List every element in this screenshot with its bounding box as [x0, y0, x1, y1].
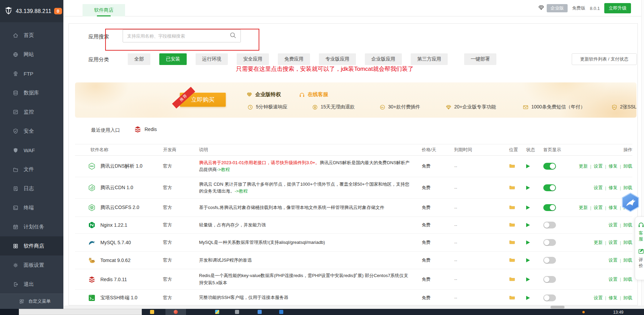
action-link[interactable]: 设置	[594, 295, 603, 301]
home-display-toggle[interactable]	[543, 239, 556, 246]
status-running-icon[interactable]	[526, 296, 530, 300]
home-display-toggle[interactable]	[543, 163, 556, 170]
sidebar-item-home[interactable]: 首页	[0, 26, 63, 45]
folder-icon[interactable]	[509, 205, 526, 211]
sidebar-item-ftp[interactable]: FTP	[0, 64, 63, 83]
folder-icon[interactable]	[509, 276, 526, 283]
action-link[interactable]: 设置	[609, 222, 618, 228]
banner-feature: 1000条免费短信（年付）	[523, 104, 585, 110]
update-software-list-button[interactable]: 更新软件列表 / 支付状态	[572, 53, 637, 65]
status-running-icon[interactable]	[526, 240, 530, 245]
sidebar-item-terminal[interactable]: 终端	[0, 198, 63, 217]
sidebar: 43.139.88.211 0 首页网站FTP数据库监控安全WAF文件日志终端计…	[0, 0, 63, 309]
home-display-toggle[interactable]	[543, 204, 556, 211]
action-link[interactable]: 卸载	[623, 276, 632, 283]
review-button[interactable]: 评价	[637, 248, 644, 268]
action-link[interactable]: 设置	[594, 163, 603, 169]
horizontal-scrollbar-thumb[interactable]	[550, 306, 565, 309]
bt-panel-screen: 43.139.88.211 0 首页网站FTP数据库监控安全WAF文件日志终端计…	[0, 0, 644, 315]
sidebar-item-database[interactable]: 数据库	[0, 83, 63, 102]
sidebar-item-custom-menu[interactable]: 自定义菜单	[0, 293, 63, 309]
category-button[interactable]: 专业版应用	[319, 53, 356, 65]
taskbar-app-icon-gray[interactable]	[235, 310, 239, 314]
category-button[interactable]: 企业版应用	[365, 53, 402, 65]
category-button[interactable]: 全部	[128, 53, 150, 65]
action-link[interactable]: 卸载	[623, 239, 632, 246]
recent-item-redis[interactable]: Redis	[134, 126, 157, 133]
category-button[interactable]: 一键部署	[464, 53, 496, 65]
status-running-icon[interactable]	[526, 277, 530, 281]
folder-icon[interactable]	[509, 185, 526, 191]
action-link[interactable]: 卸载	[623, 295, 632, 301]
home-display-toggle[interactable]	[543, 222, 556, 228]
sidebar-item-logs[interactable]: 日志	[0, 179, 63, 198]
tutorial-link[interactable]: ->教程	[235, 188, 248, 194]
taskbar-start-corner[interactable]	[0, 309, 19, 315]
category-button[interactable]: 运行环境	[196, 53, 228, 65]
sidebar-item-logout[interactable]: 退出	[0, 275, 63, 294]
home-display-toggle[interactable]	[543, 184, 556, 191]
app-search-input[interactable]	[127, 34, 230, 39]
folder-icon[interactable]	[509, 222, 526, 228]
tray-notification-dot[interactable]	[582, 311, 585, 313]
category-button[interactable]: 第三方应用	[411, 53, 448, 65]
column-header: 价格/天	[422, 147, 451, 153]
status-running-icon[interactable]	[526, 258, 530, 262]
buy-now-button[interactable]: 立即购买 推荐	[180, 93, 226, 107]
category-button[interactable]: 已安装	[159, 53, 187, 65]
home-display-toggle[interactable]	[543, 294, 556, 301]
action-link[interactable]: 设置	[594, 185, 603, 191]
sidebar-item-website[interactable]: 网站	[0, 45, 63, 64]
action-link[interactable]: 更新	[594, 239, 603, 246]
folder-icon[interactable]	[509, 295, 526, 301]
sidebar-item-files[interactable]: 文件	[0, 160, 63, 179]
folder-icon[interactable]	[509, 163, 526, 169]
taskbar-app-icon-colorful[interactable]	[215, 310, 219, 314]
folder-icon[interactable]	[509, 239, 526, 246]
customer-service-button[interactable]: 客服	[637, 221, 644, 242]
action-link[interactable]: 更新	[579, 163, 588, 169]
action-link[interactable]: 卸载	[623, 257, 632, 263]
taskbar-search-box[interactable]	[19, 309, 142, 315]
app-name: 腾讯云DNS解析 1.0	[100, 163, 143, 169]
folder-icon[interactable]	[509, 257, 526, 263]
taskbar-app-icon-blue1[interactable]	[258, 310, 262, 314]
sidebar-item-monitor[interactable]: 监控	[0, 102, 63, 121]
taskbar-app-icon-red[interactable]	[174, 310, 178, 314]
action-link[interactable]: 更新	[579, 205, 588, 211]
message-count-badge[interactable]: 0	[54, 8, 62, 14]
category-button[interactable]: 安全应用	[237, 53, 269, 65]
taskbar-active-app-slot[interactable]	[165, 309, 186, 315]
action-link[interactable]: 设置	[594, 205, 603, 211]
action-link[interactable]: 卸载	[623, 222, 632, 228]
tutorial-link[interactable]: ->教程	[217, 167, 230, 172]
action-link[interactable]: 设置	[609, 239, 618, 246]
sidebar-item-settings[interactable]: 面板设置	[0, 255, 63, 275]
sidebar-item-cron[interactable]: 计划任务	[0, 217, 63, 236]
action-link[interactable]: 修复	[609, 205, 618, 211]
upgrade-now-button[interactable]: 立即升级	[604, 3, 631, 13]
sidebar-item-appstore[interactable]: 软件商店	[0, 236, 63, 255]
action-link[interactable]: 卸载	[623, 185, 632, 191]
nginx-app-icon	[88, 221, 96, 229]
status-running-icon[interactable]	[526, 164, 530, 168]
category-button[interactable]: 免费应用	[278, 53, 310, 65]
home-display-toggle[interactable]	[543, 276, 556, 283]
action-link[interactable]: 修复	[609, 295, 618, 301]
status-running-icon[interactable]	[526, 186, 530, 190]
status-running-icon[interactable]	[526, 223, 530, 227]
action-link[interactable]: 修复	[609, 163, 618, 169]
sidebar-item-security[interactable]: 安全	[0, 121, 63, 141]
sidebar-item-waf[interactable]: WAF	[0, 141, 63, 160]
search-icon[interactable]	[230, 32, 236, 40]
action-link[interactable]: 设置	[609, 276, 618, 283]
sidebar-item-label: 数据库	[24, 90, 39, 96]
action-link[interactable]: 修复	[609, 185, 618, 191]
tab-software-store[interactable]: 软件商店	[83, 4, 125, 16]
action-link[interactable]: 设置	[609, 257, 618, 263]
home-display-toggle[interactable]	[543, 257, 556, 264]
action-link[interactable]: 卸载	[623, 163, 632, 169]
taskbar-app-icon-blue2[interactable]	[279, 310, 283, 314]
status-running-icon[interactable]	[526, 206, 530, 210]
taskbar-app-icon-yellow[interactable]	[150, 310, 154, 314]
